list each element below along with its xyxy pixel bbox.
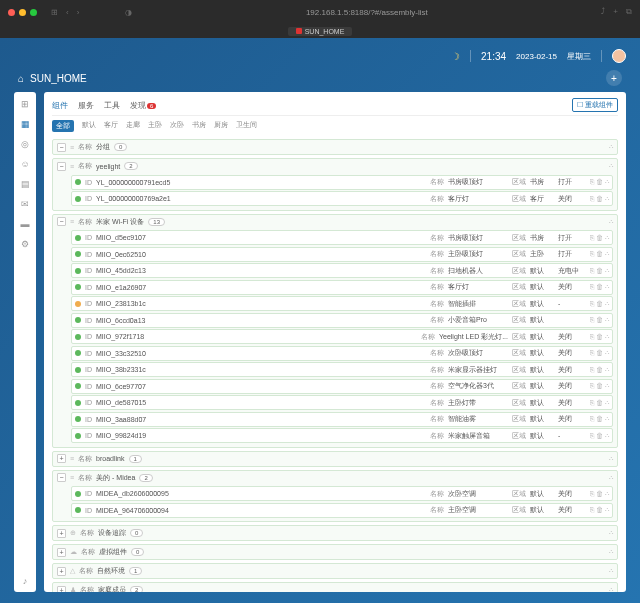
device-row[interactable]: IDMIIO_99824d19名称米家触屏音箱区域默认-⎘🗑∴ — [71, 428, 613, 443]
copy-icon[interactable]: ⎘ — [590, 195, 594, 203]
device-row[interactable]: IDMIIO_23813b1c名称智能插排区域默认-⎘🗑∴ — [71, 296, 613, 311]
shield-icon[interactable]: ◑ — [125, 8, 132, 17]
expand-icon[interactable]: + — [57, 586, 66, 593]
delete-icon[interactable]: 🗑 — [596, 415, 603, 423]
minimize-window[interactable] — [19, 9, 26, 16]
group-header[interactable]: +☁名称虚拟组件0∴ — [53, 545, 617, 559]
sidebar-chat-icon[interactable]: ✉ — [20, 198, 31, 209]
more-icon[interactable]: ∴ — [605, 250, 609, 258]
device-row[interactable]: IDMIIO_45dd2c13名称扫地机器人区域默认充电中⎘🗑∴ — [71, 263, 613, 278]
more-icon[interactable]: ∴ — [605, 283, 609, 291]
drag-icon[interactable]: ♟ — [70, 586, 76, 592]
sidebar-apps-icon[interactable]: ⊞ — [20, 98, 31, 109]
delete-icon[interactable]: 🗑 — [596, 300, 603, 308]
moon-icon[interactable]: ☽ — [451, 51, 460, 62]
more-icon[interactable]: ∴ — [605, 300, 609, 308]
expand-icon[interactable]: + — [57, 529, 66, 538]
tab-services[interactable]: 服务 — [78, 100, 94, 111]
expand-icon[interactable]: + — [57, 454, 66, 463]
more-icon[interactable]: ∴ — [605, 316, 609, 324]
group-header[interactable]: +♟名称家庭成员2∴ — [53, 583, 617, 592]
sidebar-settings-icon[interactable]: ⚙ — [20, 238, 31, 249]
delete-icon[interactable]: 🗑 — [596, 333, 603, 341]
add-icon[interactable]: + — [613, 7, 618, 17]
expand-icon[interactable]: + — [57, 567, 66, 576]
drag-icon[interactable]: ≡ — [70, 218, 74, 225]
device-row[interactable]: IDYL_000000000769a2e1名称客厅灯区域客厅关闭⎘🗑∴ — [71, 191, 613, 206]
action-icon[interactable]: ∴ — [609, 455, 613, 463]
copy-icon[interactable]: ⎘ — [590, 333, 594, 341]
subtab-kitchen[interactable]: 厨房 — [214, 120, 228, 132]
sidebar-calendar-icon[interactable]: ▤ — [20, 178, 31, 189]
group-header[interactable]: +≡名称broadlink1∴ — [53, 452, 617, 466]
share-icon[interactable]: ⤴ — [601, 7, 605, 17]
expand-icon[interactable]: + — [57, 548, 66, 557]
copy-icon[interactable]: ⎘ — [590, 267, 594, 275]
device-row[interactable]: IDYL_000000000791ecd5名称书房吸顶灯区域书房打开⎘🗑∴ — [71, 175, 613, 190]
delete-icon[interactable]: 🗑 — [596, 250, 603, 258]
device-row[interactable]: IDMIDEA_db2606000095名称次卧空调区域默认关闭⎘🗑∴ — [71, 486, 613, 501]
drag-icon[interactable]: ☁ — [70, 548, 77, 556]
copy-icon[interactable]: ⎘ — [590, 382, 594, 390]
tab-discover[interactable]: 发现6 — [130, 100, 156, 111]
device-row[interactable]: IDMIIO_33c32510名称次卧吸顶灯区域默认关闭⎘🗑∴ — [71, 346, 613, 361]
device-row[interactable]: IDMIIO_de587015名称主卧灯带区域默认关闭⎘🗑∴ — [71, 395, 613, 410]
action-icon[interactable]: ∴ — [609, 529, 613, 537]
expand-icon[interactable]: − — [57, 217, 66, 226]
tabs-icon[interactable]: ⧉ — [626, 7, 632, 17]
delete-icon[interactable]: 🗑 — [596, 349, 603, 357]
device-row[interactable]: IDMIIO_d5ec9107名称书房吸顶灯区域书房打开⎘🗑∴ — [71, 230, 613, 245]
add-button[interactable]: + — [606, 70, 622, 86]
forward-icon[interactable]: › — [77, 8, 80, 17]
subtab-all[interactable]: 全部 — [52, 120, 74, 132]
more-icon[interactable]: ∴ — [605, 234, 609, 242]
delete-icon[interactable]: 🗑 — [596, 382, 603, 390]
more-icon[interactable]: ∴ — [605, 399, 609, 407]
more-icon[interactable]: ∴ — [605, 178, 609, 186]
delete-icon[interactable]: 🗑 — [596, 283, 603, 291]
tab-components[interactable]: 组件 — [52, 100, 68, 111]
delete-icon[interactable]: 🗑 — [596, 234, 603, 242]
copy-icon[interactable]: ⎘ — [590, 316, 594, 324]
copy-icon[interactable]: ⎘ — [590, 178, 594, 186]
device-row[interactable]: IDMIIO_e1a26907名称客厅灯区域默认关闭⎘🗑∴ — [71, 280, 613, 295]
group-header[interactable]: +△名称自然环境1∴ — [53, 564, 617, 578]
group-header[interactable]: −≡名称分组0∴ — [53, 140, 617, 154]
subtab-study[interactable]: 书房 — [192, 120, 206, 132]
action-icon[interactable]: ∴ — [609, 567, 613, 575]
copy-icon[interactable]: ⎘ — [590, 250, 594, 258]
sidebar-bell-icon[interactable]: ♪ — [20, 575, 31, 586]
tab-tools[interactable]: 工具 — [104, 100, 120, 111]
device-row[interactable]: IDMIIO_3aa88d07名称智能油雾区域默认关闭⎘🗑∴ — [71, 412, 613, 427]
drag-icon[interactable]: ≡ — [70, 163, 74, 170]
maximize-window[interactable] — [30, 9, 37, 16]
expand-icon[interactable]: − — [57, 162, 66, 171]
drag-icon[interactable]: △ — [70, 567, 75, 575]
sidebar-folder-icon[interactable]: ▬ — [20, 218, 31, 229]
delete-icon[interactable]: 🗑 — [596, 506, 603, 514]
more-icon[interactable]: ∴ — [605, 432, 609, 440]
more-icon[interactable]: ∴ — [605, 349, 609, 357]
expand-icon[interactable]: − — [57, 143, 66, 152]
copy-icon[interactable]: ⎘ — [590, 366, 594, 374]
delete-icon[interactable]: 🗑 — [596, 490, 603, 498]
drag-icon[interactable]: ≡ — [70, 474, 74, 481]
action-icon[interactable]: ∴ — [609, 474, 613, 482]
delete-icon[interactable]: 🗑 — [596, 195, 603, 203]
device-row[interactable]: IDMIIO_0ec62510名称主卧吸顶灯区域主卧打开⎘🗑∴ — [71, 247, 613, 262]
device-row[interactable]: IDMIIO_6ce97707名称空气净化器3代区域默认关闭⎘🗑∴ — [71, 379, 613, 394]
more-icon[interactable]: ∴ — [605, 333, 609, 341]
group-header[interactable]: +⊕名称设备追踪0∴ — [53, 526, 617, 540]
group-header[interactable]: −≡名称米家 Wi-Fi 设备13∴ — [53, 215, 617, 229]
group-header[interactable]: −≡名称yeelight2∴ — [53, 159, 617, 173]
subtab-hall[interactable]: 走廊 — [126, 120, 140, 132]
device-row[interactable]: IDMIIO_38b2331c名称米家显示器挂灯区域默认关闭⎘🗑∴ — [71, 362, 613, 377]
browser-tab[interactable]: SUN_HOME — [288, 27, 353, 36]
more-icon[interactable]: ∴ — [605, 267, 609, 275]
sidebar-people-icon[interactable]: ☺ — [20, 158, 31, 169]
more-icon[interactable]: ∴ — [605, 506, 609, 514]
delete-icon[interactable]: 🗑 — [596, 178, 603, 186]
delete-icon[interactable]: 🗑 — [596, 432, 603, 440]
delete-icon[interactable]: 🗑 — [596, 399, 603, 407]
copy-icon[interactable]: ⎘ — [590, 349, 594, 357]
